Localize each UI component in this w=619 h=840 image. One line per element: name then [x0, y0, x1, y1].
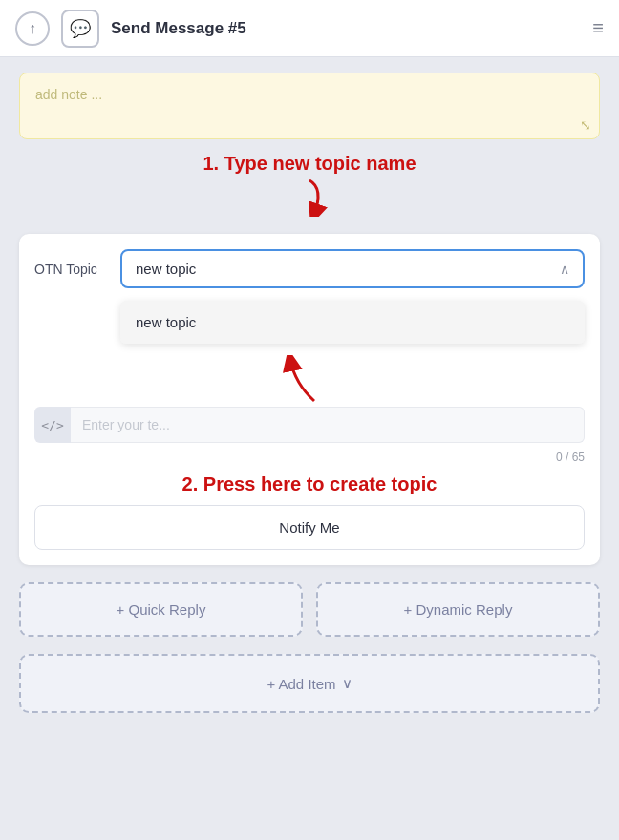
arrow-2-icon [276, 355, 343, 403]
arrow-1-icon [281, 178, 338, 217]
note-placeholder: add note ... [35, 87, 102, 102]
add-item-row: + Add Item ∨ [19, 654, 600, 713]
page-title: Send Message #5 [111, 19, 592, 38]
header: ↑ 💬 Send Message #5 ≡ [0, 0, 619, 57]
add-item-button[interactable]: + Add Item ∨ [19, 654, 600, 713]
add-item-label: + Add Item [267, 676, 335, 692]
main-content: add note ... ⤡ 1. Type new topic name OT… [0, 57, 619, 728]
quick-reply-button[interactable]: + Quick Reply [19, 582, 303, 637]
main-card: OTN Topic new topic ∧ new topic [19, 234, 600, 565]
up-icon: ↑ [29, 20, 36, 37]
dropdown-item-new-topic[interactable]: new topic [120, 301, 585, 344]
chat-icon: 💬 [70, 18, 91, 39]
add-item-chevron: ∨ [342, 675, 352, 692]
template-placeholder: Enter your te... [82, 417, 170, 432]
otn-dropdown: new topic [120, 301, 585, 344]
dynamic-reply-button[interactable]: + Dynamic Reply [316, 582, 600, 637]
note-area[interactable]: add note ... ⤡ [19, 73, 600, 139]
up-button[interactable]: ↑ [15, 11, 50, 46]
otn-topic-row: OTN Topic new topic ∧ new topic [34, 249, 585, 288]
reply-row: + Quick Reply + Dynamic Reply [19, 582, 600, 637]
template-input[interactable]: Enter your te... [71, 407, 585, 443]
template-row: </> Enter your te... [34, 407, 585, 443]
otn-select-value: new topic [136, 261, 196, 277]
instruction-2-text: 2. Press here to create topic [34, 473, 585, 495]
instruction-1-text: 1. Type new topic name [203, 153, 416, 175]
chevron-up-icon: ∧ [560, 262, 569, 277]
menu-icon[interactable]: ≡ [592, 17, 604, 39]
instruction-1-block: 1. Type new topic name [19, 153, 600, 220]
arrow-2-container [34, 355, 585, 403]
char-counter: 0 / 65 [34, 451, 585, 464]
otn-select[interactable]: new topic ∧ [120, 249, 585, 288]
resize-handle[interactable]: ⤡ [580, 117, 591, 133]
chat-icon-box: 💬 [61, 10, 99, 48]
otn-label: OTN Topic [34, 262, 120, 277]
notify-me-button[interactable]: Notify Me [34, 505, 585, 550]
code-icon: </> [41, 418, 63, 432]
code-button[interactable]: </> [34, 407, 71, 443]
